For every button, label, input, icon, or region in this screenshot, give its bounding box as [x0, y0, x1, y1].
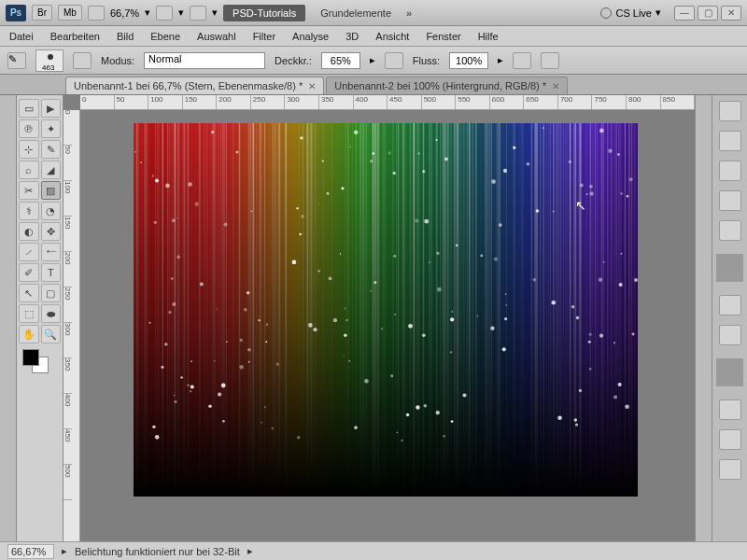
tool-4-0[interactable]: ✂ [19, 181, 39, 200]
tool-0-0[interactable]: ▭ [19, 99, 39, 118]
status-zoom[interactable]: 66,67% [7, 544, 54, 559]
airbrush-icon[interactable] [513, 52, 531, 69]
cslive-button[interactable]: CS Live▾ [600, 7, 661, 19]
tool-7-0[interactable]: ⟋ [19, 243, 39, 261]
bridge-button[interactable]: Br [32, 5, 52, 21]
tool-11-0[interactable]: ✋ [19, 325, 39, 343]
svg-point-381 [248, 361, 250, 363]
brush-tool-icon[interactable]: ✎ [7, 52, 26, 69]
minibridge-button[interactable]: Mb [58, 5, 82, 21]
svg-point-286 [620, 192, 623, 195]
menu-ansicht[interactable]: Ansicht [375, 31, 409, 42]
tool-1-0[interactable]: ℗ [19, 119, 39, 138]
mode-select[interactable]: Normal [144, 52, 265, 69]
tool-3-1[interactable]: ◢ [41, 161, 62, 179]
menu-ebene[interactable]: Ebene [150, 31, 180, 42]
layers-panel-icon[interactable] [719, 399, 741, 420]
document-tab-1[interactable]: Unbenannt-1 bei 66,7% (Stern, Ebenenmask… [65, 77, 324, 94]
svg-point-361 [406, 413, 409, 416]
svg-point-264 [300, 136, 303, 139]
fg-color-swatch[interactable] [22, 349, 39, 366]
svg-point-298 [422, 170, 425, 173]
close-tab-icon[interactable]: ✕ [308, 81, 316, 91]
tool-5-1[interactable]: ◔ [41, 202, 62, 220]
tool-6-0[interactable]: ◐ [19, 222, 39, 241]
svg-point-274 [394, 314, 396, 315]
svg-point-325 [390, 374, 393, 377]
menu-fenster[interactable]: Fenster [426, 31, 460, 42]
svg-point-281 [617, 153, 620, 156]
tool-4-1[interactable]: ▨ [41, 181, 62, 200]
tool-5-0[interactable]: ⚕ [19, 202, 39, 220]
opacity-input[interactable]: 65% [321, 52, 360, 69]
channels-panel-icon[interactable] [719, 429, 741, 450]
actions-panel-icon[interactable] [719, 325, 741, 345]
svg-point-318 [513, 147, 515, 149]
tool-8-0[interactable]: ✐ [19, 263, 39, 282]
flow-input[interactable]: 100% [449, 52, 488, 69]
styles-panel-icon[interactable] [719, 161, 741, 181]
masks-panel-icon[interactable] [719, 220, 741, 241]
svg-point-368 [527, 162, 530, 166]
status-arrow2-icon[interactable]: ▸ [247, 545, 253, 557]
swatches-panel-icon[interactable] [719, 131, 741, 151]
svg-point-323 [502, 347, 506, 351]
maximize-button[interactable]: ▢ [698, 6, 718, 21]
brush-panel-icon[interactable] [73, 52, 92, 69]
tool-0-1[interactable]: ▶ [41, 99, 62, 118]
flow-arrow-icon[interactable]: ▸ [498, 54, 503, 66]
menu-analyse[interactable]: Analyse [292, 31, 329, 42]
svg-point-328 [174, 400, 176, 403]
menu-bild[interactable]: Bild [117, 31, 134, 42]
tool-9-1[interactable]: ▢ [41, 284, 62, 302]
svg-point-389 [504, 317, 507, 320]
minimize-button[interactable]: — [674, 6, 695, 21]
svg-point-406 [450, 317, 454, 321]
tool-3-0[interactable]: ⌕ [19, 161, 39, 179]
svg-point-407 [480, 254, 483, 257]
history-panel-icon[interactable] [719, 295, 741, 315]
tool-2-0[interactable]: ⊹ [19, 140, 39, 159]
color-panel-icon[interactable] [719, 101, 741, 121]
workspace-tab-other[interactable]: Grundelemente [311, 5, 401, 21]
svg-point-303 [322, 160, 324, 161]
brush-preset-picker[interactable]: 463 [35, 49, 63, 72]
paths-panel-icon[interactable] [719, 459, 741, 480]
tool-2-1[interactable]: ✎ [41, 140, 62, 159]
more-workspaces-icon[interactable]: » [406, 7, 412, 19]
menu-auswahl[interactable]: Auswahl [197, 31, 236, 42]
canvas[interactable]: ↖ [134, 123, 638, 497]
tool-9-0[interactable]: ↖ [19, 284, 39, 302]
tool-8-1[interactable]: T [41, 263, 62, 282]
close-tab-icon[interactable]: ✕ [552, 81, 559, 91]
tablet-pressure-icon[interactable] [541, 52, 559, 69]
status-arrow-icon[interactable]: ▸ [62, 545, 67, 557]
opacity-pressure-icon[interactable] [385, 52, 403, 69]
menu-hilfe[interactable]: Hilfe [478, 31, 499, 42]
opacity-arrow-icon[interactable]: ▸ [370, 54, 375, 66]
layout-icon[interactable] [156, 6, 173, 21]
document-tab-2[interactable]: Unbenannt-2 bei 100% (Hintergrund, RGB/8… [326, 77, 568, 94]
svg-point-291 [301, 215, 304, 218]
menu-3d[interactable]: 3D [345, 31, 359, 42]
svg-point-348 [620, 253, 622, 255]
ruler-horizontal: 0501001502002503003504004505005506006507… [80, 95, 695, 110]
tool-6-1[interactable]: ✥ [41, 222, 62, 241]
film-icon[interactable] [88, 6, 105, 21]
menu-filter[interactable]: Filter [253, 31, 275, 42]
tool-10-0[interactable]: ⬚ [19, 304, 39, 323]
workspace-tab-active[interactable]: PSD-Tutorials [223, 5, 305, 21]
zoom-readout[interactable]: 66,7% [110, 7, 139, 19]
tool-10-1[interactable]: ⬬ [41, 304, 62, 323]
adjustments-panel-icon[interactable] [719, 190, 741, 211]
svg-point-382 [329, 276, 332, 280]
close-button[interactable]: ✕ [721, 6, 741, 21]
tool-11-1[interactable]: 🔍 [41, 325, 62, 343]
tool-1-1[interactable]: ✦ [41, 119, 62, 138]
tool-7-1[interactable]: ⬳ [41, 243, 62, 261]
menu-datei[interactable]: Datei [9, 31, 34, 42]
screen-mode-icon[interactable] [190, 6, 206, 21]
menu-bearbeiten[interactable]: Bearbeiten [50, 31, 100, 42]
app-logo: Ps [6, 5, 26, 21]
svg-point-336 [619, 283, 623, 287]
